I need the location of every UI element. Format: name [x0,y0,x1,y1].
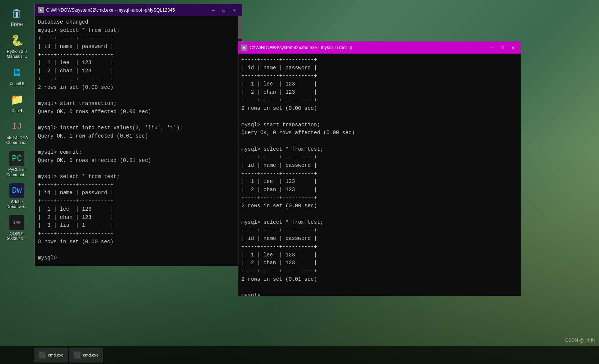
xftp-label: Xftp 4 [12,108,22,113]
minimize-button-1[interactable]: ─ [208,6,218,14]
dreamweaver-icon: Dw [9,183,24,198]
python-manuals-label: Python 3.8 Manuals ... [3,49,30,59]
window2-text: +----+------+----------+ | id | name | p… [241,56,518,296]
close-button-2[interactable]: ✕ [508,44,518,51]
intellij-icon: IJ [9,119,24,134]
window2-title: C:\WINDOWS\system32\cmd.exe - mysql -u r… [250,45,487,50]
intellij-label: IntelliJ IDEACommuni... [6,135,28,145]
close-button-1[interactable]: ✕ [229,6,239,14]
cmd-window-2: ▶ C:\WINDOWS\system32\cmd.exe - mysql -u… [238,41,521,296]
recycle-bin-label: 回收站 [11,22,23,27]
icon-xshell[interactable]: 🖥 Xshell 5 [2,63,32,88]
taskbar-items: ⬛ cmd.exe ⬛ cmd.exe [34,346,103,364]
desktop-icons: 🗑 回收站 🐍 Python 3.8 Manuals ... 🖥 Xshell … [0,4,34,243]
cmd-icon-1: ▶ [38,7,44,13]
icon-pycharm[interactable]: PC PyCharmCommuni... [2,149,32,179]
titlebar-2[interactable]: ▶ C:\WINDOWS\system32\cmd.exe - mysql -u… [238,42,521,54]
pycharm-icon: PC [9,151,24,166]
titlebar-buttons-1: ─ □ ✕ [208,6,239,14]
scrollbar-thumb-1[interactable] [238,16,242,39]
taskbar-item-cmd1[interactable]: ⬛ cmd.exe [34,348,68,363]
icon-dreamweaver[interactable]: Dw AdobeDreamwe... [2,181,32,211]
pycharm-label: PyCharmCommuni... [6,167,27,177]
xshell-icon: 🖥 [9,65,24,80]
taskbar-cmd1-icon: ⬛ [38,351,46,359]
window1-title: C:\WINDOWS\system32\cmd.exe - mysql -uro… [46,7,208,13]
cmd-icon-2: ▶ [241,45,247,51]
qq-img-icon: IMG [9,215,24,230]
recycle-bin-icon: 🗑 [9,6,24,21]
icon-recycle-bin[interactable]: 🗑 回收站 [2,4,32,29]
python-manuals-icon: 🐍 [9,33,24,48]
icon-qq-img[interactable]: IMG QQ图片2023041... [2,213,32,243]
titlebar-1[interactable]: ▶ C:\WINDOWS\system32\cmd.exe - mysql -u… [35,4,242,16]
qq-img-label: QQ图片2023041... [7,231,27,241]
maximize-button-2[interactable]: □ [497,44,507,51]
window1-content: Database changed mysql> select * from te… [35,16,242,266]
minimize-button-2[interactable]: ─ [487,44,497,51]
icon-python-manuals[interactable]: 🐍 Python 3.8 Manuals ... [2,31,32,61]
taskbar-cmd2-label: cmd.exe [83,353,99,357]
icon-intellij[interactable]: IJ IntelliJ IDEACommuni... [2,117,32,147]
taskbar-item-cmd2[interactable]: ⬛ cmd.exe [69,348,103,363]
taskbar-cmd1-label: cmd.exe [48,353,64,357]
taskbar-cmd2-icon: ⬛ [73,351,81,359]
dreamweaver-label: AdobeDreamwe... [6,199,27,209]
icon-xftp[interactable]: 📁 Xftp 4 [2,90,32,115]
desktop: 🗑 回收站 🐍 Python 3.8 Manuals ... 🖥 Xshell … [0,0,599,364]
xftp-icon: 📁 [9,92,24,107]
xshell-label: Xshell 5 [9,81,24,86]
maximize-button-1[interactable]: □ [219,6,229,14]
window2-content: +----+------+----------+ | id | name | p… [238,54,521,296]
taskbar: ⬛ cmd.exe ⬛ cmd.exe [0,346,599,364]
cmd-window-1: ▶ C:\WINDOWS\system32\cmd.exe - mysql -u… [34,4,243,266]
window1-text: Database changed mysql> select * from te… [38,18,239,262]
watermark: CSDN @_小刚 [565,337,595,344]
titlebar-buttons-2: ─ □ ✕ [487,44,518,51]
